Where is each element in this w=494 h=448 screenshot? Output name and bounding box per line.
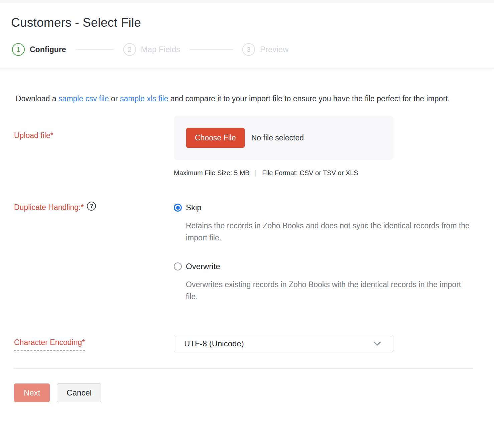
character-encoding-label-wrap: Character Encoding* [14, 335, 174, 352]
upload-file-field: Choose File No file selected Maximum Fil… [174, 116, 480, 177]
intro-part1: Download a [16, 94, 58, 103]
character-encoding-label[interactable]: Character Encoding* [14, 338, 85, 351]
step-configure-label: Configure [30, 45, 66, 54]
radio-unselected-icon[interactable] [174, 262, 182, 270]
step-configure: 1 Configure [12, 43, 66, 56]
overwrite-option-description: Overwrites existing records in Zoho Book… [186, 278, 471, 303]
step-connector [76, 49, 114, 50]
duplicate-handling-row: Duplicate Handling:* ? Skip Retains the … [14, 203, 480, 303]
max-file-size-text: Maximum File Size: 5 MB [174, 169, 250, 177]
meta-separator: | [255, 169, 257, 177]
overwrite-radio-option[interactable]: Overwrite [174, 262, 480, 271]
file-format-text: File Format: CSV or TSV or XLS [262, 169, 358, 177]
skip-option-group: Skip Retains the records in Zoho Books a… [174, 203, 480, 244]
overwrite-option-group: Overwrite Overwrites existing records in… [174, 262, 480, 303]
step-map-fields: 2 Map Fields [123, 43, 180, 56]
intro-part2: or [109, 94, 120, 103]
upload-constraints: Maximum File Size: 5 MB | File Format: C… [174, 169, 480, 177]
help-icon[interactable]: ? [87, 202, 96, 211]
step-map-fields-label: Map Fields [141, 45, 180, 54]
duplicate-handling-label-wrap: Duplicate Handling:* ? [14, 203, 174, 303]
radio-selected-icon[interactable] [174, 204, 182, 212]
step-connector [190, 49, 233, 50]
sample-csv-link[interactable]: sample csv file [58, 94, 109, 103]
window-top-strip [0, 0, 494, 3]
next-button[interactable]: Next [14, 383, 50, 402]
skip-option-description: Retains the records in Zoho Books and do… [186, 220, 471, 244]
step-configure-number: 1 [12, 43, 25, 56]
intro-part3: and compare it to your import file to en… [168, 94, 450, 103]
step-map-fields-number: 2 [123, 43, 136, 56]
character-encoding-row: Character Encoding* UTF-8 (Unicode) [14, 335, 480, 352]
upload-dropzone[interactable]: Choose File No file selected [174, 116, 393, 160]
skip-radio-label: Skip [186, 203, 202, 212]
duplicate-handling-label: Duplicate Handling:* [14, 203, 84, 212]
skip-radio-option[interactable]: Skip [174, 203, 480, 212]
cancel-button[interactable]: Cancel [57, 383, 101, 402]
intro-text: Download a sample csv file or sample xls… [16, 92, 465, 106]
encoding-selected-value: UTF-8 (Unicode) [184, 339, 244, 348]
choose-file-button[interactable]: Choose File [186, 128, 245, 148]
header: Customers - Select File 1 Configure 2 Ma… [0, 3, 494, 69]
step-preview-number: 3 [242, 43, 255, 56]
footer-divider [14, 368, 473, 369]
step-preview-label: Preview [260, 45, 288, 54]
page-title: Customers - Select File [11, 16, 480, 30]
step-preview: 3 Preview [242, 43, 288, 56]
duplicate-handling-options: Skip Retains the records in Zoho Books a… [174, 203, 480, 303]
overwrite-radio-label: Overwrite [186, 262, 220, 271]
import-stepper: 1 Configure 2 Map Fields 3 Preview [11, 43, 480, 69]
footer-actions: Next Cancel [14, 383, 480, 402]
upload-file-row: Upload file* Choose File No file selecte… [14, 116, 480, 177]
sample-xls-link[interactable]: sample xls file [120, 94, 168, 103]
encoding-select[interactable]: UTF-8 (Unicode) [174, 335, 393, 352]
main-content: Download a sample csv file or sample xls… [0, 92, 494, 402]
chevron-down-icon [373, 341, 381, 346]
no-file-selected-text: No file selected [251, 133, 304, 142]
upload-file-label: Upload file* [14, 116, 174, 177]
